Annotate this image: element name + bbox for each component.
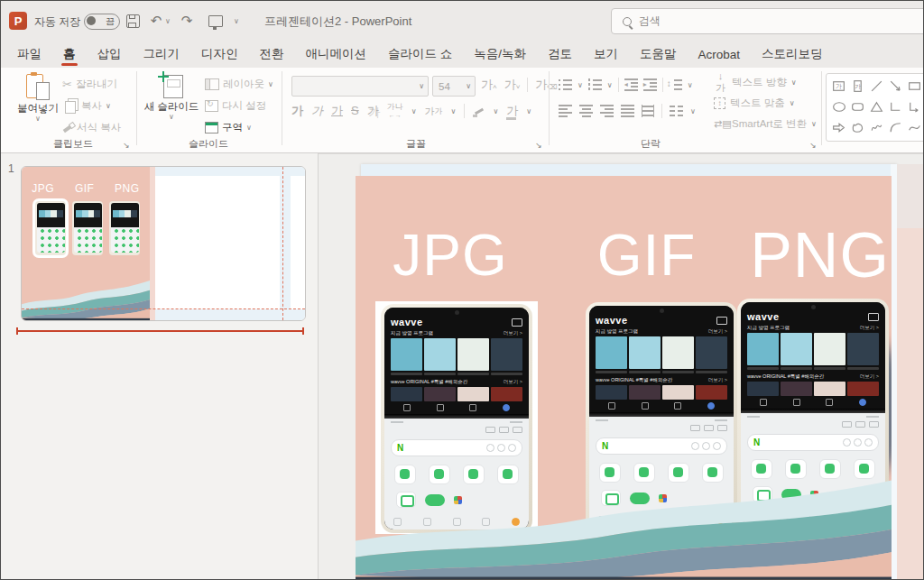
bullets-button[interactable] xyxy=(559,78,572,91)
tab-디자인[interactable]: 디자인 xyxy=(190,41,249,68)
columns-chevron[interactable]: ∨ xyxy=(690,107,696,115)
align-right-button[interactable] xyxy=(600,105,614,117)
tab-애니메이션[interactable]: 애니메이션 xyxy=(295,41,378,68)
shape-right-arrow-button[interactable] xyxy=(829,117,848,138)
cut-button[interactable]: ✂ 잘라내기 xyxy=(62,75,117,93)
shape-elbow-arrow-connector-button[interactable] xyxy=(905,97,924,117)
change-case-button[interactable]: 가가 xyxy=(425,105,443,117)
layout-button[interactable]: 레이아웃 ∨ xyxy=(205,75,273,93)
text-highlight-chevron[interactable]: ∨ xyxy=(493,107,498,115)
font-name-combobox[interactable]: ∨ xyxy=(291,76,429,97)
tab-홈[interactable]: 홈 xyxy=(52,41,87,68)
clear-formatting-button[interactable]: 가⌫ xyxy=(535,78,557,91)
shape-text-box-vertical-button[interactable]: 가 xyxy=(848,76,867,97)
bullets-chevron[interactable]: ∨ xyxy=(578,81,583,89)
undo-button[interactable]: ↶ xyxy=(147,12,165,30)
new-slide-icon xyxy=(160,73,183,98)
numbering-chevron[interactable]: ∨ xyxy=(607,81,613,89)
justify-button[interactable] xyxy=(621,105,634,117)
tab-Acrobat[interactable]: Acrobat xyxy=(688,41,752,68)
format-label-GIF: GIF xyxy=(545,219,748,291)
shape-arrow-button[interactable] xyxy=(886,76,905,97)
ribbon-tab-row: 파일홈삽입그리기디자인전환애니메이션슬라이드 쇼녹음/녹화검토보기도움말Acro… xyxy=(1,41,924,68)
change-case-chevron[interactable]: ∨ xyxy=(451,107,457,115)
new-slide-button[interactable]: 새 슬라이드 ∨ xyxy=(143,73,199,121)
autosave-toggle[interactable]: 끔 xyxy=(84,14,120,30)
undo-dropdown[interactable]: ∨ xyxy=(163,12,172,30)
start-slideshow-button[interactable] xyxy=(207,12,225,30)
align-text-button[interactable]: ↕ 텍스트 맞춤 ∨ xyxy=(714,96,817,110)
font-color-chevron[interactable]: ∨ xyxy=(526,107,531,115)
shape-line-button[interactable] xyxy=(867,76,886,97)
quick-access-customize-chevron[interactable]: ∨ xyxy=(232,12,241,30)
search-input[interactable]: 검색 xyxy=(611,8,924,34)
bold-button[interactable]: 가 xyxy=(291,105,303,117)
redo-button[interactable]: ↷ xyxy=(178,12,196,30)
shape-text-box-horizontal-button[interactable]: 가 xyxy=(829,76,848,97)
tab-검토[interactable]: 검토 xyxy=(537,41,583,68)
font-dialog-launcher[interactable]: ↘ xyxy=(533,140,544,151)
text-shadow-button[interactable]: 가 xyxy=(367,105,379,117)
distribute-text-button[interactable] xyxy=(642,105,654,117)
tab-녹음/녹화[interactable]: 녹음/녹화 xyxy=(463,41,537,68)
shape-triangle-button[interactable] xyxy=(867,97,886,117)
shape-rounded-rectangle-button[interactable] xyxy=(848,97,867,117)
convert-smartart-button[interactable]: ⇄▤ SmartArt로 변환 ∨ xyxy=(714,116,817,131)
clipboard-dialog-launcher[interactable]: ↘ xyxy=(121,140,132,151)
shape-rectangle-button[interactable] xyxy=(905,76,924,97)
format-painter-button[interactable]: 서식 복사 xyxy=(62,118,121,136)
picture-overflow-top xyxy=(897,164,924,228)
shape-curve-button[interactable] xyxy=(905,117,924,138)
tab-그리기[interactable]: 그리기 xyxy=(133,41,191,68)
thumb-format-label-PNG: PNG xyxy=(115,182,140,195)
slide-1-thumbnail[interactable]: JPGGIFPNG xyxy=(21,166,306,321)
increase-indent-button[interactable] xyxy=(643,78,657,91)
shape-scribble-button[interactable] xyxy=(867,117,886,138)
tab-파일[interactable]: 파일 xyxy=(6,41,52,68)
save-button[interactable] xyxy=(124,12,142,30)
shape-left-brace-button[interactable] xyxy=(829,138,848,142)
tab-슬라이드 쇼[interactable]: 슬라이드 쇼 xyxy=(377,41,463,68)
columns-button[interactable] xyxy=(670,105,683,117)
font-size-combobox[interactable]: 54 ∨ xyxy=(432,76,476,97)
tab-삽입[interactable]: 삽입 xyxy=(87,41,133,68)
numbering-button[interactable] xyxy=(588,78,602,91)
decrease-font-size-button[interactable]: 가˅ xyxy=(504,78,521,91)
underline-button[interactable]: 가 xyxy=(331,105,343,117)
shape-arc-button[interactable] xyxy=(886,117,905,138)
original-row-label: wavve ORIGINAL #특별 #해외순간 xyxy=(596,377,672,383)
cut-icon: ✂ xyxy=(62,78,72,91)
align-text-icon: ↕ xyxy=(714,97,725,109)
align-left-button[interactable] xyxy=(559,105,572,117)
decrease-indent-button[interactable] xyxy=(624,78,638,91)
copy-button[interactable]: 복사 ∨ xyxy=(62,97,111,115)
shape-elbow-connector-button[interactable] xyxy=(886,97,905,117)
section-button[interactable]: 구역 ∨ xyxy=(205,118,252,136)
reset-button[interactable]: 다시 설정 xyxy=(205,97,266,115)
tab-보기[interactable]: 보기 xyxy=(583,41,629,68)
thumb-phone-gif xyxy=(72,201,103,255)
increase-font-size-button[interactable]: 가˄ xyxy=(481,78,497,91)
character-spacing-button[interactable]: 가나←→ xyxy=(387,103,403,119)
ribbon: 붙여넣기 ∨ ✂ 잘라내기 복사 ∨ 서식 복사 클립보드 ↘ 새 슬라이드 ∨… xyxy=(1,68,924,153)
line-spacing-button[interactable] xyxy=(669,78,682,91)
italic-button[interactable]: 가 xyxy=(311,105,323,117)
slide-picture[interactable]: JPGGIFPNG wavve지금 방영 프로그램더보기 >wavve ORIG… xyxy=(356,176,892,580)
paragraph-dialog-launcher[interactable]: ↘ xyxy=(808,140,818,151)
powerpoint-logo-icon[interactable]: P xyxy=(9,12,27,30)
text-direction-button[interactable]: ↓가 텍스트 방향 ∨ xyxy=(714,75,817,89)
tab-도움말[interactable]: 도움말 xyxy=(629,41,688,68)
strikethrough-button[interactable]: S xyxy=(351,105,359,117)
text-highlight-button[interactable] xyxy=(473,106,485,117)
shape-oval-button[interactable] xyxy=(829,97,848,117)
picture-extent-indicator xyxy=(16,330,304,332)
character-spacing-chevron[interactable]: ∨ xyxy=(411,107,417,115)
tab-전환[interactable]: 전환 xyxy=(249,41,295,68)
align-center-button[interactable] xyxy=(579,105,593,117)
paste-button[interactable]: 붙여넣기 ∨ xyxy=(12,73,64,123)
shape-freeform-button[interactable] xyxy=(848,117,867,138)
font-color-button[interactable]: 가 xyxy=(506,105,518,117)
line-spacing-chevron[interactable]: ∨ xyxy=(688,81,693,89)
text-direction-chevron: ∨ xyxy=(791,78,797,87)
tab-스토리보딩[interactable]: 스토리보딩 xyxy=(751,41,834,68)
